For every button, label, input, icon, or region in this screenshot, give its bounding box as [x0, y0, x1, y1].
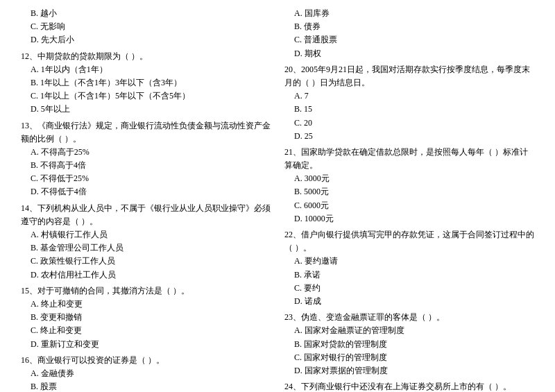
- question-option: B. 股票: [21, 380, 271, 392]
- question-title: 22、借户向银行提供填写完甲的存款凭证，这属于合同签订过程中的（ ）。: [284, 228, 534, 255]
- question-option: A. 国库券: [284, 7, 534, 20]
- question-option: C. 20: [284, 117, 534, 130]
- question-option: C. 国家对银行的管理制度: [284, 351, 534, 364]
- question-option: A. 不得高于25%: [21, 146, 271, 159]
- question-option: A. 3000元: [284, 172, 534, 185]
- question-title: 16、商业银行可以投资的证券是（ ）。: [21, 354, 271, 367]
- question-block: A. 国库券B. 债券C. 普通股票D. 期权: [284, 7, 534, 60]
- question-option: B. 不得高于4倍: [21, 159, 271, 172]
- right-column: A. 国库券B. 债券C. 普通股票D. 期权20、2005年9月21日起，我国…: [284, 7, 534, 392]
- question-option: B. 基金管理公司工作人员: [21, 241, 271, 255]
- page-content: B. 越小C. 无影响D. 先大后小12、中期贷款的贷款期限为（ ）。A. 1年…: [21, 7, 534, 392]
- question-option: C. 无影响: [21, 20, 271, 33]
- question-option: C. 1年以上（不含1年）5年以下（不含5年）: [21, 90, 271, 103]
- question-option: C. 政策性银行工作人员: [21, 255, 271, 268]
- question-option: B. 1年以上（不含1年）3年以下（含3年）: [21, 76, 271, 90]
- question-option: B. 变更和撤销: [21, 311, 271, 324]
- question-option: D. 不得低于4倍: [21, 185, 271, 198]
- question-option: D. 期权: [284, 47, 534, 60]
- question-option: A. 1年以内（含1年）: [21, 63, 271, 76]
- question-option: D. 5年以上: [21, 103, 271, 116]
- question-option: B. 承诺: [284, 269, 534, 282]
- question-option: A. 国家对金融票证的管理制度: [284, 324, 534, 337]
- question-block: B. 越小C. 无影响D. 先大后小: [21, 7, 271, 47]
- question-block: 16、商业银行可以投资的证券是（ ）。A. 金融债券B. 股票C. 证券投资基金…: [21, 354, 271, 392]
- question-option: D. 国家对票据的管理制度: [284, 364, 534, 377]
- question-option: D. 重新订立和变更: [21, 338, 271, 351]
- question-option: A. 终止和变更: [21, 298, 271, 311]
- question-block: 13、《商业银行法》规定，商业银行流动性负债金额与流动性资产金额的比例（ ）。A…: [21, 119, 271, 199]
- question-option: B. 5000元: [284, 185, 534, 198]
- question-block: 21、国家助学贷款在确定借款总限时，是按照每人每年（ ）标准计算确定。A. 30…: [284, 146, 534, 225]
- question-option: B. 债券: [284, 20, 534, 33]
- question-title: 12、中期贷款的贷款期限为（ ）。: [21, 50, 271, 63]
- question-option: C. 普通股票: [284, 33, 534, 46]
- question-option: A. 金融债券: [21, 367, 271, 380]
- question-block: 23、伪造、变造金融票证罪的客体是（ ）。A. 国家对金融票证的管理制度B. 国…: [284, 311, 534, 377]
- question-option: A. 7: [284, 90, 534, 103]
- question-title: 15、对于可撤销的合同，其撤消方法是（ ）。: [21, 284, 271, 298]
- question-option: C. 终止和变更: [21, 324, 271, 337]
- left-column: B. 越小C. 无影响D. 先大后小12、中期贷款的贷款期限为（ ）。A. 1年…: [21, 7, 271, 392]
- question-option: A. 要约邀请: [284, 255, 534, 268]
- question-option: D. 25: [284, 130, 534, 143]
- question-block: 12、中期贷款的贷款期限为（ ）。A. 1年以内（含1年）B. 1年以上（不含1…: [21, 50, 271, 117]
- question-title: 21、国家助学贷款在确定借款总限时，是按照每人每年（ ）标准计算确定。: [284, 146, 534, 172]
- question-option: D. 先大后小: [21, 33, 271, 46]
- question-title: 23、伪造、变造金融票证罪的客体是（ ）。: [284, 311, 534, 324]
- question-option: D. 诺成: [284, 295, 534, 308]
- question-block: 15、对于可撤销的合同，其撤消方法是（ ）。A. 终止和变更B. 变更和撤销C.…: [21, 284, 271, 351]
- question-option: B. 国家对贷款的管理制度: [284, 338, 534, 351]
- question-title: 24、下列商业银行中还没有在上海证券交易所上市的有（ ）。: [284, 380, 534, 392]
- question-option: D. 10000元: [284, 212, 534, 225]
- question-option: B. 越小: [21, 7, 271, 20]
- question-title: 14、下列机构从业人员中，不属于《银行业从业人员职业操守》必须遵守的内容是（ ）…: [21, 202, 271, 228]
- question-option: B. 15: [284, 103, 534, 116]
- question-title: 13、《商业银行法》规定，商业银行流动性负债金额与流动性资产金额的比例（ ）。: [21, 119, 271, 146]
- question-option: C. 6000元: [284, 199, 534, 212]
- question-option: C. 不得低于25%: [21, 172, 271, 185]
- question-option: A. 村镇银行工作人员: [21, 228, 271, 241]
- question-block: 20、2005年9月21日起，我国对活期存款实行按季度结息，每季度末月的（ ）日…: [284, 63, 534, 143]
- question-option: D. 农村信用社工作人员: [21, 269, 271, 282]
- question-block: 22、借户向银行提供填写完甲的存款凭证，这属于合同签订过程中的（ ）。A. 要约…: [284, 228, 534, 308]
- question-option: C. 要约: [284, 282, 534, 295]
- question-title: 20、2005年9月21日起，我国对活期存款实行按季度结息，每季度末月的（ ）日…: [284, 63, 534, 90]
- question-block: 24、下列商业银行中还没有在上海证券交易所上市的有（ ）。A. 中国银行B. 招…: [284, 380, 534, 392]
- question-block: 14、下列机构从业人员中，不属于《银行业从业人员职业操守》必须遵守的内容是（ ）…: [21, 202, 271, 282]
